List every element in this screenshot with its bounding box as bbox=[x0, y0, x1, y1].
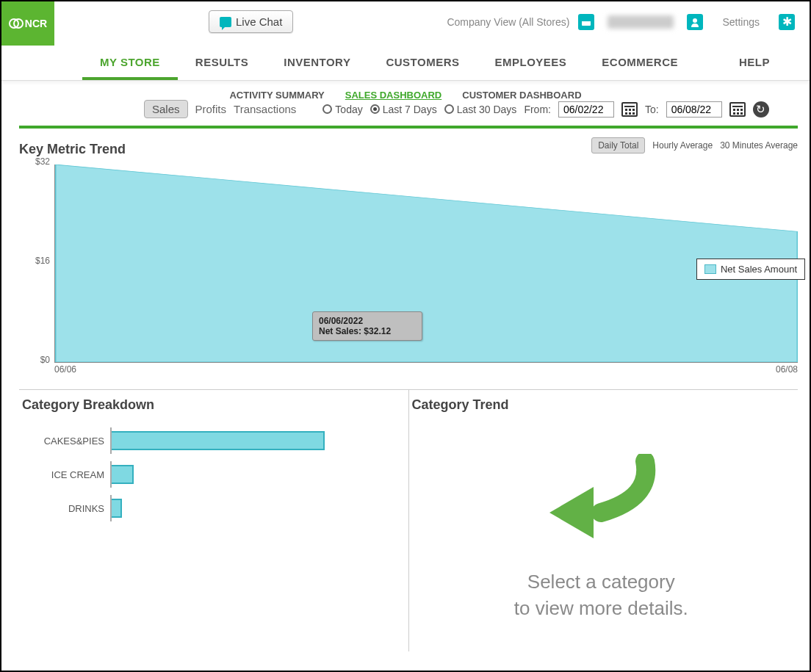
username-redacted bbox=[608, 15, 674, 29]
tab-sales[interactable]: Sales bbox=[144, 100, 188, 118]
agg-daily[interactable]: Daily Total bbox=[591, 137, 645, 153]
xtick-start: 06/06 bbox=[54, 364, 76, 375]
ytick-16: $16 bbox=[35, 256, 50, 266]
ytick-0: $0 bbox=[40, 355, 50, 365]
legend-label: Net Sales Amount bbox=[721, 264, 797, 275]
content-scroll[interactable]: Sales Profits Transactions Today Last 7 … bbox=[3, 95, 808, 669]
agg-30min[interactable]: 30 Minutes Average bbox=[720, 140, 798, 151]
refresh-button[interactable]: ↻ bbox=[753, 101, 769, 118]
chart-legend: Net Sales Amount bbox=[696, 259, 805, 280]
nav-employees[interactable]: EMPLOYEES bbox=[477, 46, 584, 80]
tab-transactions[interactable]: Transactions bbox=[234, 103, 296, 115]
live-chat-button[interactable]: Live Chat bbox=[209, 10, 293, 33]
from-calendar-icon[interactable] bbox=[621, 102, 638, 117]
store-icon[interactable] bbox=[578, 14, 594, 30]
main-nav: MY STORE RESULTS INVENTORY CUSTOMERS EMP… bbox=[1, 46, 810, 81]
nav-help[interactable]: HELP bbox=[721, 46, 787, 80]
bar-cakes-pies[interactable]: CAKES&PIES bbox=[22, 427, 401, 454]
range-last-7[interactable]: Last 7 Days bbox=[370, 104, 437, 115]
settings-link[interactable]: Settings bbox=[722, 16, 760, 28]
gear-icon[interactable]: ✱ bbox=[779, 14, 795, 30]
trend-title: Category Trend bbox=[412, 393, 791, 417]
range-today[interactable]: Today bbox=[322, 104, 362, 115]
svg-marker-6 bbox=[549, 487, 594, 538]
breakdown-bars: CAKES&PIES ICE CREAM DRINKS bbox=[22, 417, 401, 521]
chart-tooltip: 06/06/2022 Net Sales: $32.12 bbox=[312, 311, 422, 341]
range-last-30[interactable]: Last 30 Days bbox=[444, 104, 517, 115]
category-breakdown-panel: Category Breakdown CAKES&PIES ICE CREAM … bbox=[19, 390, 409, 651]
chat-icon bbox=[220, 17, 231, 27]
aggregation-toggle: Daily Total Hourly Average 30 Minutes Av… bbox=[591, 137, 798, 153]
category-trend-panel: Category Trend Select a category to view… bbox=[409, 390, 799, 651]
metric-chart: $32 $16 $0 Net Sales Amount 06/06/2022 N… bbox=[19, 162, 798, 376]
filter-row: Sales Profits Transactions Today Last 7 … bbox=[19, 95, 798, 129]
bar-ice-cream[interactable]: ICE CREAM bbox=[22, 461, 401, 488]
ncr-logo-icon bbox=[9, 18, 24, 29]
user-icon[interactable] bbox=[687, 14, 703, 30]
svg-point-4 bbox=[693, 18, 697, 23]
ytick-32: $32 bbox=[35, 156, 50, 167]
brand-logo[interactable]: NCR bbox=[1, 1, 54, 46]
nav-inventory[interactable]: INVENTORY bbox=[266, 46, 368, 80]
tab-profits[interactable]: Profits bbox=[195, 103, 227, 115]
company-view-label[interactable]: Company View (All Stores) bbox=[447, 16, 569, 28]
from-date-input[interactable] bbox=[558, 101, 614, 118]
to-calendar-icon[interactable] bbox=[729, 102, 746, 117]
from-label: From: bbox=[524, 104, 551, 115]
to-label: To: bbox=[645, 104, 659, 115]
nav-customers[interactable]: CUSTOMERS bbox=[368, 46, 477, 80]
trend-empty-message: Select a category to view more details. bbox=[514, 568, 688, 622]
live-chat-label: Live Chat bbox=[236, 15, 282, 28]
area-plot[interactable]: Net Sales Amount 06/06/2022 Net Sales: $… bbox=[54, 165, 798, 363]
brand-text: NCR bbox=[25, 18, 47, 29]
svg-rect-3 bbox=[582, 19, 591, 21]
to-date-input[interactable] bbox=[666, 101, 722, 118]
breakdown-title: Category Breakdown bbox=[22, 393, 401, 417]
top-bar: NCR Live Chat Company View (All Stores) … bbox=[1, 1, 810, 46]
legend-swatch bbox=[704, 264, 716, 274]
xtick-end: 06/08 bbox=[776, 364, 798, 375]
nav-my-store[interactable]: MY STORE bbox=[82, 46, 178, 80]
agg-hourly[interactable]: Hourly Average bbox=[652, 140, 713, 151]
nav-results[interactable]: RESULTS bbox=[178, 46, 266, 80]
bar-drinks[interactable]: DRINKS bbox=[22, 495, 401, 521]
svg-marker-5 bbox=[55, 165, 798, 362]
nav-ecommerce[interactable]: ECOMMERCE bbox=[584, 46, 696, 80]
curved-arrow-icon bbox=[542, 454, 660, 557]
